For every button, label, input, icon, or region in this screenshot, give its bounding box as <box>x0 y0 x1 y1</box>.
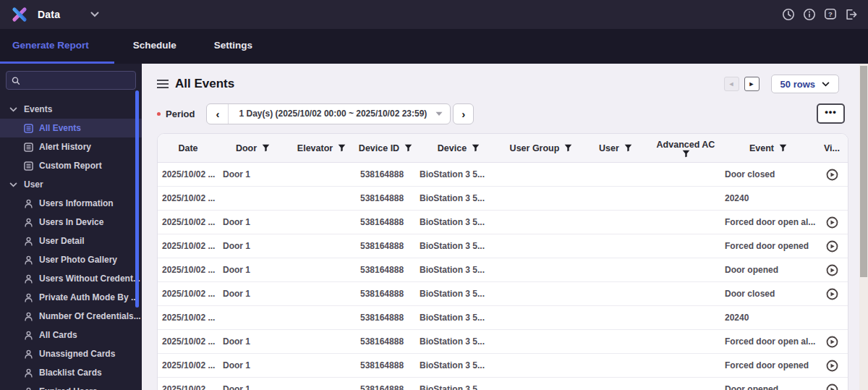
more-options-button[interactable]: ••• <box>817 103 845 124</box>
table-row[interactable]: 2025/10/02 ...538164888BioStation 3 5...… <box>158 187 848 211</box>
table-row[interactable]: 2025/10/02 ...Door 1538164888BioStation … <box>158 234 848 258</box>
sidebar-scrollbar[interactable] <box>135 90 139 308</box>
vertical-scrollbar[interactable] <box>859 64 868 390</box>
scrollbar-thumb[interactable] <box>860 66 867 277</box>
table-row[interactable]: 2025/10/02 ...Door 1538164888BioStation … <box>158 354 848 378</box>
play-video-icon[interactable] <box>816 240 848 253</box>
tab-schedule[interactable]: Schedule <box>114 29 195 64</box>
column-header-event[interactable]: Event <box>720 143 816 153</box>
main-content: All Events ◄ ► 50 rows Period ‹ 1 Day(s)… <box>142 64 868 390</box>
filter-icon[interactable] <box>338 144 346 152</box>
info-icon[interactable] <box>802 8 816 22</box>
column-header-advanced-ac[interactable]: Advanced AC <box>651 138 720 158</box>
filter-icon[interactable] <box>624 144 632 152</box>
period-dropdown-caret-icon[interactable] <box>435 111 443 116</box>
period-label: Period <box>166 109 195 119</box>
cell-event: Door opened <box>720 265 816 275</box>
sidebar-item-all-cards[interactable]: All Cards <box>0 326 142 344</box>
sidebar-item-private-auth-mode-by[interactable]: Private Auth Mode By ... <box>0 288 142 307</box>
column-header-elevator[interactable]: Elevator <box>287 143 356 153</box>
table-row[interactable]: 2025/10/02 ...Door 1538164888BioStation … <box>158 211 848 234</box>
page-title: All Events <box>175 77 234 91</box>
tab-settings[interactable]: Settings <box>195 29 271 64</box>
table-row[interactable]: 2025/10/02 ...Door 1538164888BioStation … <box>158 258 848 282</box>
sidebar-item-users-without-credent[interactable]: Users Without Credent... <box>0 269 142 288</box>
play-video-icon[interactable] <box>816 264 848 276</box>
play-video-icon[interactable] <box>816 288 848 300</box>
filter-icon[interactable] <box>404 144 412 152</box>
chevron-down-icon <box>822 82 830 87</box>
table-row[interactable]: 2025/10/02 ...538164888BioStation 3 5...… <box>158 306 848 330</box>
sidebar-item-alert-history[interactable]: Alert History <box>0 137 142 156</box>
cell-date: 2025/10/02 ... <box>158 169 218 179</box>
search-input[interactable] <box>25 75 130 85</box>
column-header-vi: Vi... <box>816 143 848 153</box>
play-video-icon[interactable] <box>816 169 848 181</box>
table-row[interactable]: 2025/10/02 ...Door 1538164888BioStation … <box>158 378 848 390</box>
cell-event: 20240 <box>720 193 816 203</box>
filter-icon[interactable] <box>682 150 690 158</box>
column-header-device[interactable]: Device <box>415 143 502 153</box>
logout-icon[interactable] <box>844 8 858 22</box>
report-icon <box>24 161 33 171</box>
play-video-icon[interactable] <box>816 360 848 372</box>
cell-device-id: 538164888 <box>356 265 415 275</box>
table-body: 2025/10/02 ...Door 1538164888BioStation … <box>158 163 848 390</box>
next-page-button[interactable]: ► <box>744 77 760 91</box>
cell-device: BioStation 3 5... <box>415 336 502 347</box>
user-icon <box>24 218 33 227</box>
column-header-user-group[interactable]: User Group <box>502 143 580 153</box>
cell-device: BioStation 3 5... <box>415 241 502 251</box>
cell-device: BioStation 3 5... <box>415 217 502 227</box>
sidebar-item-custom-report[interactable]: Custom Report <box>0 156 142 175</box>
table-row[interactable]: 2025/10/02 ...Door 1538164888BioStation … <box>158 330 848 354</box>
sidebar-item-number-of-credentials[interactable]: Number Of Credentials... <box>0 307 142 326</box>
cell-event: Forced door opened <box>720 360 816 370</box>
sidebar-item-unassigned-cards[interactable]: Unassigned Cards <box>0 344 142 363</box>
play-video-icon[interactable] <box>816 383 848 390</box>
sidebar-item-users-in-device[interactable]: Users In Device <box>0 213 142 232</box>
sidebar-group-user[interactable]: User <box>0 175 142 194</box>
cell-date: 2025/10/02 ... <box>158 336 218 347</box>
cell-device: BioStation 3 5... <box>415 265 502 275</box>
sidebar-search[interactable] <box>6 71 136 90</box>
prev-page-button[interactable]: ◄ <box>724 77 739 91</box>
sidebar-item-expired-users[interactable]: Expired Users <box>0 382 142 390</box>
column-header-user[interactable]: User <box>580 143 651 153</box>
rows-per-page-select[interactable]: 50 rows <box>771 75 839 93</box>
table-row[interactable]: 2025/10/02 ...Door 1538164888BioStation … <box>158 163 848 187</box>
cell-date: 2025/10/02 ... <box>158 360 218 370</box>
cell-door: Door 1 <box>218 265 287 275</box>
sidebar-group-events[interactable]: Events <box>0 100 142 119</box>
app-title: Data <box>38 9 60 20</box>
tab-generate-report[interactable]: Generate Report <box>0 29 114 64</box>
cell-event: Door closed <box>720 169 816 179</box>
user-icon <box>24 312 33 321</box>
period-prev-button[interactable]: ‹ <box>207 104 229 124</box>
filter-icon[interactable] <box>262 144 270 152</box>
table-row[interactable]: 2025/10/02 ...Door 1538164888BioStation … <box>158 282 848 306</box>
filter-icon[interactable] <box>564 144 572 152</box>
cell-door: Door 1 <box>218 360 287 370</box>
user-icon <box>24 255 33 265</box>
sidebar-item-user-detail[interactable]: User Detail <box>0 232 142 250</box>
sidebar-item-blacklist-cards[interactable]: Blacklist Cards <box>0 363 142 382</box>
filter-icon[interactable] <box>472 144 480 152</box>
cell-event: Forced door open al... <box>720 217 816 227</box>
sidebar-item-user-photo-gallery[interactable]: User Photo Gallery <box>0 250 142 269</box>
filter-icon[interactable] <box>779 144 787 152</box>
period-value[interactable]: 1 Day(s) (2025/10/02 00:00 ~ 2025/10/02 … <box>229 109 435 119</box>
play-video-icon[interactable] <box>816 336 848 348</box>
period-next-button[interactable]: › <box>453 103 474 124</box>
help-icon[interactable]: ? <box>823 8 837 22</box>
app-switcher-chevron-down-icon[interactable] <box>90 12 99 17</box>
cell-door: Door 1 <box>218 217 287 227</box>
clock-icon[interactable] <box>781 8 795 22</box>
cell-event: Door opened <box>720 384 816 390</box>
column-header-door[interactable]: Door <box>218 143 287 153</box>
play-video-icon[interactable] <box>816 216 848 229</box>
sidebar-item-users-information[interactable]: Users Information <box>0 194 142 213</box>
column-header-device-id[interactable]: Device ID <box>356 143 415 153</box>
cell-device: BioStation 3 5... <box>415 169 502 179</box>
sidebar-item-all-events[interactable]: All Events <box>0 119 142 137</box>
